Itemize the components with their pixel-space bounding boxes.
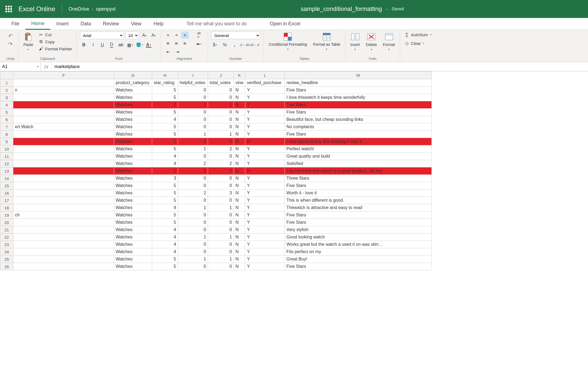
cell[interactable]: 0 (208, 175, 234, 182)
select-all-corner[interactable] (0, 72, 13, 79)
borders-button[interactable]: ▦▾ (126, 41, 134, 48)
cell[interactable]: Watches (114, 116, 152, 123)
cell[interactable]: Very stylish (285, 226, 432, 234)
cell[interactable]: product_category (114, 79, 152, 87)
cell[interactable]: 4 (152, 160, 178, 167)
cell[interactable] (13, 116, 114, 123)
open-in-excel-button[interactable]: Open in Excel (264, 18, 306, 30)
cell[interactable]: N (245, 138, 285, 145)
cell[interactable]: Watches (114, 182, 152, 189)
row-header[interactable]: 10 (0, 145, 13, 153)
cell[interactable]: 0 (178, 153, 208, 160)
undo-button[interactable]: ↶ (8, 33, 13, 39)
cell[interactable]: Y (245, 87, 285, 94)
cell[interactable]: 1 (178, 138, 208, 145)
cell[interactable]: 1 (208, 234, 234, 241)
cell[interactable]: N (234, 256, 245, 263)
cell[interactable]: 1 (208, 204, 234, 211)
cell[interactable]: n (13, 87, 114, 94)
cell[interactable]: N (234, 167, 245, 175)
delete-cells-button[interactable]: Delete▾ (364, 32, 378, 51)
cell[interactable]: review_headline (285, 79, 432, 87)
cell[interactable]: Watches (114, 189, 152, 197)
cell[interactable] (13, 226, 114, 234)
cell[interactable]: Y (245, 226, 285, 234)
cell[interactable] (13, 145, 114, 153)
cell[interactable]: Five Stars (285, 109, 432, 116)
number-format-select[interactable]: General (211, 32, 260, 39)
cell[interactable]: Y (245, 256, 285, 263)
cell[interactable]: N (234, 226, 245, 234)
cell[interactable]: 0 (208, 116, 234, 123)
double-underline-button[interactable]: D (108, 41, 115, 48)
cell[interactable]: Y (245, 131, 285, 138)
row-header[interactable]: 9 (0, 138, 13, 145)
cell[interactable]: 0 (178, 109, 208, 116)
italic-button[interactable]: I (89, 41, 97, 48)
comma-button[interactable]: , (231, 41, 238, 48)
underline-button[interactable]: U (99, 41, 106, 48)
cell[interactable]: Watches (114, 234, 152, 241)
row-header[interactable]: 16 (0, 189, 13, 197)
cell[interactable]: Great Buy! (285, 256, 432, 263)
cut-button[interactable]: ✂Cut (38, 32, 73, 38)
cell[interactable]: 5 (152, 256, 178, 263)
cell[interactable] (13, 175, 114, 182)
align-mid-right[interactable]: ≣ (181, 39, 189, 47)
fill-color-button[interactable]: 🪣▾ (136, 41, 143, 48)
cell[interactable]: 5 (152, 87, 178, 94)
cell[interactable]: N (234, 101, 245, 109)
cell[interactable]: Works great but the watch a used it on w… (285, 241, 432, 248)
cell[interactable]: Y (245, 182, 285, 189)
cell[interactable]: Watches (114, 94, 152, 101)
cell[interactable]: N (234, 263, 245, 270)
cell[interactable]: 0 (208, 109, 234, 116)
tab-help[interactable]: Help (148, 18, 170, 30)
cell[interactable]: Two Stars (285, 101, 432, 109)
cell[interactable]: 2 (152, 101, 178, 109)
column-header-G[interactable]: G (114, 72, 152, 79)
cell[interactable] (13, 160, 114, 167)
row-header[interactable]: 26 (0, 263, 13, 270)
column-header-F[interactable]: F (13, 72, 114, 79)
increase-indent-button[interactable]: ⇥ (173, 48, 181, 55)
cell[interactable]: Fits perfect on my (285, 248, 432, 256)
cell[interactable]: Y (245, 123, 285, 131)
cell[interactable]: 5 (152, 263, 178, 270)
cell[interactable] (13, 256, 114, 263)
cell[interactable]: Y (245, 211, 285, 219)
name-box[interactable]: ▾ (0, 62, 41, 71)
cell[interactable]: N (234, 131, 245, 138)
cell[interactable]: Watches (114, 219, 152, 226)
cell[interactable]: 1 (152, 138, 178, 145)
cell[interactable]: I was about to buy this thinking it was … (285, 138, 432, 145)
cell[interactable]: Satisfied (285, 160, 432, 167)
cell[interactable]: 1 (208, 256, 234, 263)
cell[interactable]: 0 (178, 116, 208, 123)
currency-button[interactable]: $▾ (211, 41, 219, 48)
cell[interactable]: Good looking watch (285, 234, 432, 241)
cell[interactable]: Watches (114, 226, 152, 234)
cell[interactable]: 1 (208, 131, 234, 138)
cell[interactable]: helpful_votes (178, 79, 208, 87)
cell[interactable]: N (234, 219, 245, 226)
cell[interactable]: 0 (178, 123, 208, 131)
cell[interactable]: 0 (208, 211, 234, 219)
cell[interactable]: Watches (114, 138, 152, 145)
cell[interactable]: 0 (178, 197, 208, 204)
cell[interactable]: Y (245, 175, 285, 182)
cell[interactable]: N (234, 197, 245, 204)
cell[interactable]: Y (245, 241, 285, 248)
row-header[interactable]: 6 (0, 116, 13, 123)
font-color-button[interactable]: A▾ (145, 41, 152, 48)
cell[interactable]: 5 (152, 94, 178, 101)
bold-button[interactable]: B (80, 41, 88, 48)
cell[interactable]: Watches (114, 87, 152, 94)
cell[interactable]: 5 (152, 211, 178, 219)
cell[interactable]: 4 (152, 226, 178, 234)
cell[interactable]: 0 (178, 182, 208, 189)
align-top-center[interactable]: ≡ (173, 32, 180, 39)
cell[interactable]: Y (245, 263, 285, 270)
cell[interactable] (13, 189, 114, 197)
cell[interactable]: 1 (178, 131, 208, 138)
